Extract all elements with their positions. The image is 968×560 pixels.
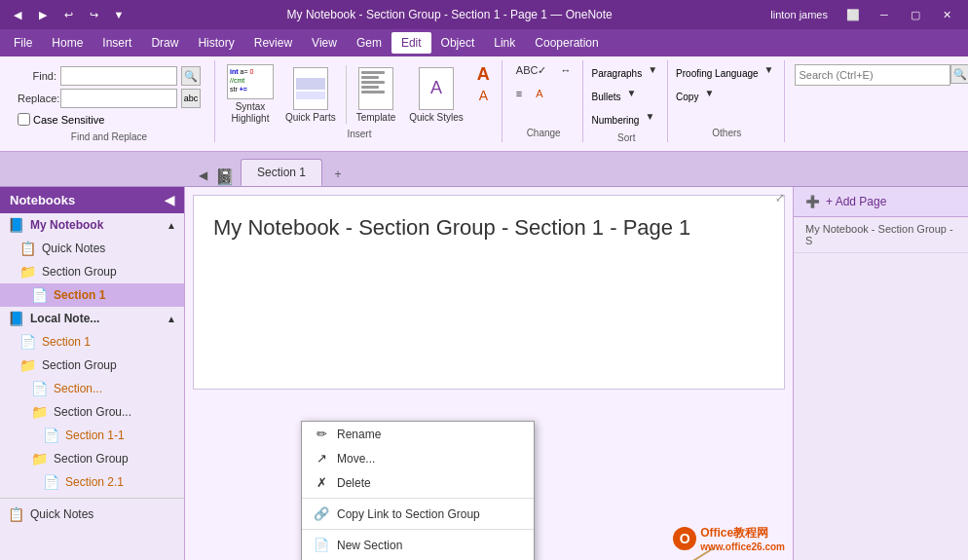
restore-btn[interactable]: ⬜ [839, 5, 867, 24]
section-group-icon1: 📁 [19, 264, 36, 280]
syntax-highlight-btn[interactable]: int a=0 //cmt str+= SyntaxHighlight [223, 62, 278, 127]
collapse-btn[interactable]: ▲ [167, 220, 176, 231]
maximize-btn[interactable]: ▢ [902, 5, 929, 24]
sidebar-item-section1[interactable]: 📄 Section 1 [0, 283, 184, 307]
tab-bar: ◀ 📓 Section 1 + [0, 152, 968, 187]
quick-parts-label: Quick Parts [285, 112, 336, 123]
search-btn[interactable]: 🔍 [950, 64, 968, 84]
sidebar-item-section-local2[interactable]: 📄 Section... [0, 377, 184, 400]
section-group2-label: Section Group [42, 358, 117, 372]
menu-edit[interactable]: Edit [391, 32, 431, 54]
ribbon: Find: 🔍 Replace: abc Case Sensitive [0, 56, 968, 152]
title-bar-right: linton james ⬜ ─ ▢ ✕ [770, 5, 960, 24]
menu-gem[interactable]: Gem [347, 32, 391, 54]
section-1t-icon: 📄 [43, 428, 59, 443]
tab-section1[interactable]: Section 1 [241, 159, 322, 186]
title-bar: ◀ ▶ ↩ ↪ ▼ My Notebook - Section Group - … [0, 0, 968, 29]
find-input[interactable] [60, 66, 177, 86]
sidebar: Notebooks ◀ 📘 My Notebook ▲ 📋 Quick Note… [0, 187, 185, 560]
sidebar-item-section-group2[interactable]: 📁 Section Group [0, 354, 184, 377]
ctx-rename[interactable]: ✏ Rename [302, 422, 534, 446]
menu-insert[interactable]: Insert [93, 32, 141, 54]
back-btn[interactable]: ◀ [8, 5, 27, 24]
sidebar-item-section-21[interactable]: 📄 Section 2.1 [0, 470, 184, 494]
sidebar-item-section-group4[interactable]: 📁 Section Group [0, 447, 184, 470]
ctx-sep2 [302, 529, 534, 530]
undo-btn[interactable]: ↩ [58, 5, 78, 24]
section-local1-label: Section 1 [42, 335, 91, 349]
sidebar-item-local-notebook[interactable]: 📘 Local Note... ▲ [0, 307, 184, 330]
quick-styles-btn[interactable]: A Quick Styles [403, 62, 469, 127]
section-local2-label: Section... [54, 382, 102, 395]
quick-styles-icon: A [419, 67, 454, 110]
numbering-dropdown[interactable]: ▼ [641, 109, 658, 131]
ctx-delete[interactable]: ✗ Delete [302, 470, 534, 495]
add-page-btn[interactable]: ➕ + Add Page [794, 187, 968, 217]
redo-btn[interactable]: ↪ [84, 5, 103, 24]
numbering-label: Numbering [591, 115, 639, 126]
align-btn[interactable]: ≡ [510, 86, 528, 107]
sidebar-item-section-group1[interactable]: 📁 Section Group [0, 260, 184, 283]
page-list-item-1[interactable]: My Notebook - Section Group - S [794, 217, 968, 253]
change-btn[interactable]: ↔ [554, 62, 577, 84]
font-size-btn[interactable]: A [471, 62, 496, 84]
office-logo-icon: O [673, 527, 696, 550]
paragraphs-dropdown[interactable]: ▼ [644, 62, 661, 84]
ribbon-group-find-replace: Find: 🔍 Replace: abc Case Sensitive [4, 60, 215, 142]
bullets-label: Bullets [591, 92, 620, 102]
quick-parts-btn[interactable]: Quick Parts [279, 62, 342, 127]
add-page-icon: ➕ [805, 195, 820, 208]
menu-draw[interactable]: Draw [141, 32, 188, 54]
context-menu: ✏ Rename ↗ Move... ✗ Delete 🔗 Copy Link … [301, 421, 535, 560]
main-layout: Notebooks ◀ 📘 My Notebook ▲ 📋 Quick Note… [0, 187, 968, 560]
menu-home[interactable]: Home [42, 32, 93, 54]
find-replace-group-label: Find and Replace [71, 130, 147, 144]
menu-link[interactable]: Link [484, 32, 525, 54]
my-notebook-label: My Notebook [30, 218, 103, 232]
case-sensitive-checkbox[interactable] [18, 113, 30, 126]
content-area: ⤢ My Notebook - Section Group - Section … [185, 187, 793, 560]
menu-bar: File Home Insert Draw History Review Vie… [0, 29, 968, 56]
sidebar-item-my-notebook[interactable]: 📘 My Notebook ▲ [0, 213, 184, 237]
bullets-dropdown[interactable]: ▼ [622, 86, 640, 107]
case-sensitive-label: Case Sensitive [33, 114, 104, 126]
nav-notebook-icon[interactable]: 📓 [215, 168, 235, 186]
customize-btn[interactable]: ▼ [109, 5, 129, 24]
proofing-dropdown[interactable]: ▼ [761, 62, 778, 84]
sidebar-item-section-1t[interactable]: 📄 Section 1-1 [0, 424, 184, 447]
ctx-new-section[interactable]: 📄 New Section [302, 533, 534, 557]
sidebar-item-quick-notes1[interactable]: 📋 Quick Notes [0, 237, 184, 260]
local-collapse-btn[interactable]: ▲ [167, 314, 176, 324]
template-label: Template [356, 112, 396, 123]
title-bar-title: My Notebook - Section Group - Section 1 … [129, 8, 770, 21]
find-search-btn[interactable]: 🔍 [181, 66, 201, 86]
menu-history[interactable]: History [188, 32, 243, 54]
font-size-small-btn[interactable]: A [471, 86, 496, 107]
ctx-copy-link[interactable]: 🔗 Copy Link to Section Group [302, 502, 534, 526]
copy-btn-ribbon[interactable]: ▼ [700, 86, 718, 107]
expand-btn[interactable]: ⤢ [775, 191, 785, 205]
sidebar-collapse-btn[interactable]: ◀ [165, 193, 174, 207]
menu-review[interactable]: Review [244, 32, 302, 54]
sidebar-item-section-local1[interactable]: 📄 Section 1 [0, 330, 184, 354]
menu-object[interactable]: Object [431, 32, 485, 54]
color-btn[interactable]: A [530, 86, 548, 107]
forward-btn[interactable]: ▶ [33, 5, 53, 24]
search-input[interactable] [795, 64, 950, 86]
menu-cooperation[interactable]: Cooperation [525, 32, 608, 54]
close-btn[interactable]: ✕ [933, 5, 960, 24]
sidebar-item-section-group3[interactable]: 📁 Section Grou... [0, 400, 184, 424]
minimize-btn[interactable]: ─ [871, 5, 898, 24]
abc-check-btn[interactable]: ABC✓ [510, 62, 553, 84]
tab-add-btn[interactable]: + [326, 163, 350, 186]
menu-file[interactable]: File [4, 32, 42, 54]
nav-back-btn[interactable]: ◀ [195, 165, 211, 186]
sidebar-item-quick-notes2[interactable]: 📋 Quick Notes [0, 503, 184, 526]
replace-abc-btn[interactable]: abc [181, 89, 201, 108]
replace-input[interactable] [60, 89, 177, 108]
template-btn[interactable]: Template [351, 62, 402, 127]
section1-label: Section 1 [54, 288, 105, 302]
ctx-move[interactable]: ↗ Move... [302, 446, 534, 470]
new-section-icon: 📄 [314, 538, 329, 552]
menu-view[interactable]: View [302, 32, 347, 54]
